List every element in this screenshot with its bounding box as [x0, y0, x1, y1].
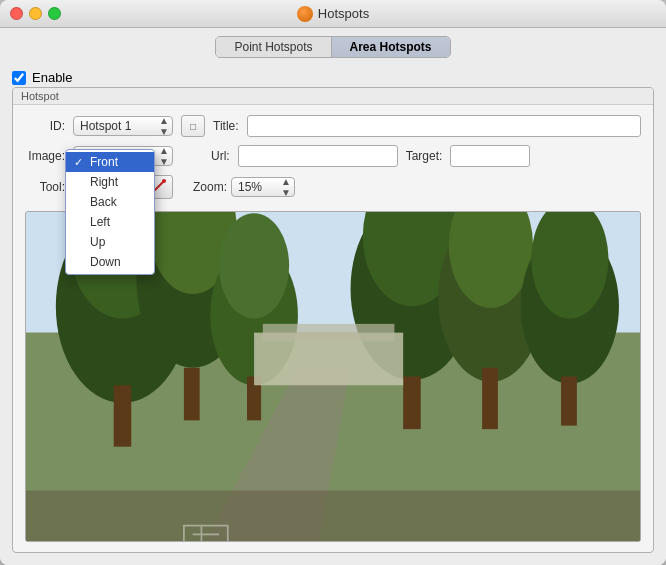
zoom-label: Zoom: [193, 180, 227, 194]
image-label: Image: [25, 149, 65, 163]
dropdown-item-up[interactable]: Up [66, 232, 154, 252]
target-input[interactable] [450, 145, 530, 167]
url-input[interactable] [238, 145, 398, 167]
app-icon [297, 6, 313, 22]
enable-row: Enable [12, 70, 654, 85]
tab-area-hotspots[interactable]: Area Hotspots [332, 37, 450, 57]
svg-rect-23 [482, 368, 498, 429]
window-controls [10, 7, 61, 20]
panel-inner: ID: Hotspot 1 ▲▼ □ Title: [13, 105, 653, 552]
tool-label: Tool: [25, 180, 65, 194]
content-area: Enable Hotspot ID: Hotspot 1 ▲▼ [0, 64, 666, 565]
hotspot-panel: Hotspot ID: Hotspot 1 ▲▼ □ [12, 87, 654, 553]
close-button[interactable] [10, 7, 23, 20]
tab-point-hotspots[interactable]: Point Hotspots [216, 37, 331, 57]
tabs-container: Point Hotspots Area Hotspots [215, 36, 450, 58]
svg-rect-28 [263, 324, 395, 342]
svg-point-16 [219, 213, 289, 318]
title-bar: Hotspots [0, 0, 666, 28]
dropdown-item-front[interactable]: ✓ Front [66, 152, 154, 172]
svg-rect-20 [403, 377, 421, 430]
id-label: ID: [25, 119, 65, 133]
zoom-select-wrapper: 5% 10% 15% 25% 50% 100% ▲▼ [231, 177, 295, 197]
zoom-select[interactable]: 5% 10% 15% 25% 50% 100% [231, 177, 295, 197]
zoom-wrapper: Zoom: 5% 10% 15% 25% 50% 100% [193, 177, 295, 197]
hotspot-id-wrapper: Hotspot 1 ▲▼ [73, 116, 173, 136]
maximize-button[interactable] [48, 7, 61, 20]
url-label: Url: [211, 149, 230, 163]
enable-checkbox[interactable] [12, 71, 26, 85]
window-title: Hotspots [297, 6, 369, 22]
dropdown-item-back[interactable]: Back [66, 192, 154, 212]
hotspot-id-select[interactable]: Hotspot 1 [73, 116, 173, 136]
dropdown-item-down[interactable]: Down [66, 252, 154, 272]
enable-label: Enable [32, 70, 72, 85]
svg-point-3 [162, 179, 166, 183]
title-input[interactable] [247, 115, 641, 137]
svg-rect-26 [561, 377, 577, 426]
target-label: Target: [406, 149, 443, 163]
minimize-button[interactable] [29, 7, 42, 20]
svg-rect-11 [114, 385, 132, 446]
panel-title: Hotspot [13, 88, 653, 105]
svg-rect-14 [184, 368, 200, 421]
dropdown-item-right[interactable]: Right [66, 172, 154, 192]
image-dropdown[interactable]: ✓ Front Right Back Left [65, 149, 155, 275]
id-title-row: ID: Hotspot 1 ▲▼ □ Title: [25, 115, 641, 137]
tabs-bar: Point Hotspots Area Hotspots [0, 28, 666, 64]
title-label: Title: [213, 119, 239, 133]
clear-hotspot-button[interactable]: □ [181, 115, 205, 137]
clear-icon: □ [190, 121, 196, 132]
main-window: Hotspots Point Hotspots Area Hotspots En… [0, 0, 666, 565]
svg-rect-8 [26, 491, 640, 541]
check-icon: ✓ [74, 156, 86, 169]
dropdown-item-left[interactable]: Left [66, 212, 154, 232]
